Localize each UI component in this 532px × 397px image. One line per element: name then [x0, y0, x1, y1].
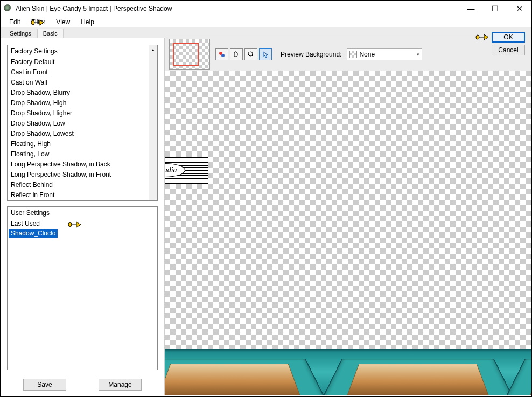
user-settings-list[interactable]: User Settings Last UsedShadow_Cloclo [7, 206, 158, 370]
preview-floor-render [165, 349, 531, 395]
statusbar: 100% [1, 395, 531, 397]
list-item[interactable]: Floating, Low [8, 149, 157, 159]
preview-panel: Preview Background: None ▾ Claudia [165, 38, 531, 395]
cancel-button[interactable]: Cancel [492, 45, 525, 55]
list-item[interactable]: Reflect Behind [8, 180, 157, 190]
maximize-button[interactable]: ☐ [483, 1, 507, 16]
app-icon [4, 4, 12, 13]
titlebar: Alien Skin | Eye Candy 5 Impact | Perspe… [1, 1, 531, 17]
menu-filter[interactable]: Filter [26, 17, 51, 27]
list-item[interactable]: Cast on Wall [8, 78, 157, 88]
list-item[interactable]: Drop Shadow, Lowest [8, 129, 157, 139]
save-button[interactable]: Save [23, 379, 66, 391]
svg-line-5 [252, 55, 254, 58]
menu-edit[interactable]: Edit [4, 17, 26, 27]
manage-button[interactable]: Manage [99, 379, 142, 391]
close-button[interactable]: ✕ [507, 1, 531, 16]
list-item[interactable]: Floating, High [8, 139, 157, 149]
hand-tool-icon[interactable] [230, 48, 243, 60]
watermark-text: Claudia [165, 163, 185, 177]
zoom-tool-icon[interactable] [244, 48, 257, 60]
factory-settings-header: Factory Settings [8, 45, 157, 57]
chevron-down-icon: ▾ [417, 52, 419, 57]
list-item[interactable]: Shadow_Cloclo [9, 229, 58, 238]
preview-toolbar: Preview Background: None ▾ [165, 38, 531, 71]
list-item[interactable]: Drop Shadow, Low [8, 119, 157, 129]
minimize-button[interactable]: — [459, 1, 483, 16]
list-item[interactable]: Drop Shadow, Higher [8, 108, 157, 119]
watermark-badge: Claudia [165, 157, 208, 184]
preview-thumbnail[interactable] [169, 39, 210, 70]
factory-settings-list[interactable]: ▴ Factory Settings Factory DefaultCast i… [7, 45, 158, 201]
transparency-swatch-icon [349, 51, 357, 58]
menu-help[interactable]: Help [75, 17, 100, 27]
list-item[interactable]: Drop Shadow, Blurry [8, 88, 157, 98]
preview-canvas[interactable]: Claudia [165, 71, 531, 395]
tab-settings[interactable]: Settings [4, 29, 37, 38]
pointer-tool-icon[interactable] [259, 48, 272, 60]
list-item[interactable]: Long Perspective Shadow, in Front [8, 170, 157, 180]
preview-bg-label: Preview Background: [281, 51, 341, 58]
list-item[interactable]: Cast in Front [8, 67, 157, 78]
preview-tool-color[interactable] [215, 48, 228, 60]
list-item[interactable]: Factory Default [8, 57, 157, 67]
user-settings-header: User Settings [8, 207, 157, 219]
list-item[interactable]: Reflect in Front [8, 190, 157, 200]
window-title: Alien Skin | Eye Candy 5 Impact | Perspe… [16, 5, 459, 12]
svg-point-3 [221, 54, 225, 57]
svg-point-4 [248, 52, 253, 56]
list-item[interactable]: Last Used [8, 219, 157, 229]
preview-bg-select[interactable]: None ▾ [347, 48, 422, 60]
scroll-up-icon[interactable]: ▴ [149, 45, 157, 54]
list-item[interactable]: Reflect in Front - Faint [8, 200, 157, 201]
menu-view[interactable]: View [51, 17, 75, 27]
menubar: Edit Filter View Help [1, 17, 531, 27]
preview-bg-value: None [359, 51, 375, 58]
settings-panel: ▴ Factory Settings Factory DefaultCast i… [1, 38, 165, 395]
list-item[interactable]: Long Perspective Shadow, in Back [8, 159, 157, 170]
list-item[interactable]: Drop Shadow, High [8, 98, 157, 108]
tab-basic[interactable]: Basic [37, 29, 64, 38]
ok-button[interactable]: OK [492, 32, 525, 43]
tab-strip: Settings Basic [1, 27, 531, 38]
